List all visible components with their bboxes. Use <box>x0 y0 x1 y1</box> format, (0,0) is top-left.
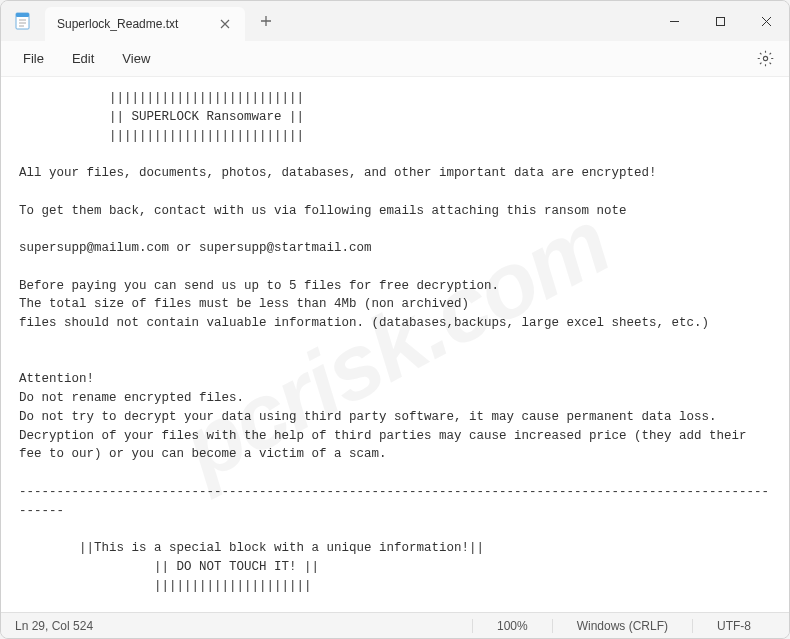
svg-rect-1 <box>16 13 29 17</box>
new-tab-button[interactable] <box>251 6 281 36</box>
close-tab-button[interactable] <box>217 16 233 32</box>
status-position: Ln 29, Col 524 <box>15 619 117 633</box>
menu-edit[interactable]: Edit <box>58 45 108 72</box>
menu-file[interactable]: File <box>9 45 58 72</box>
status-encoding[interactable]: UTF-8 <box>692 619 775 633</box>
notepad-icon <box>13 11 33 31</box>
menu-view[interactable]: View <box>108 45 164 72</box>
text-content[interactable]: |||||||||||||||||||||||||| || SUPERLOCK … <box>1 77 789 612</box>
maximize-button[interactable] <box>697 1 743 41</box>
tab[interactable]: Superlock_Readme.txt <box>45 7 245 41</box>
settings-button[interactable] <box>749 43 781 75</box>
svg-point-6 <box>763 56 767 60</box>
tab-title: Superlock_Readme.txt <box>57 17 217 31</box>
statusbar: Ln 29, Col 524 100% Windows (CRLF) UTF-8 <box>1 612 789 638</box>
svg-rect-5 <box>716 17 724 25</box>
titlebar: Superlock_Readme.txt <box>1 1 789 41</box>
minimize-button[interactable] <box>651 1 697 41</box>
window-controls <box>651 1 789 41</box>
status-line-ending[interactable]: Windows (CRLF) <box>552 619 692 633</box>
status-zoom[interactable]: 100% <box>472 619 552 633</box>
menubar: File Edit View <box>1 41 789 77</box>
close-window-button[interactable] <box>743 1 789 41</box>
